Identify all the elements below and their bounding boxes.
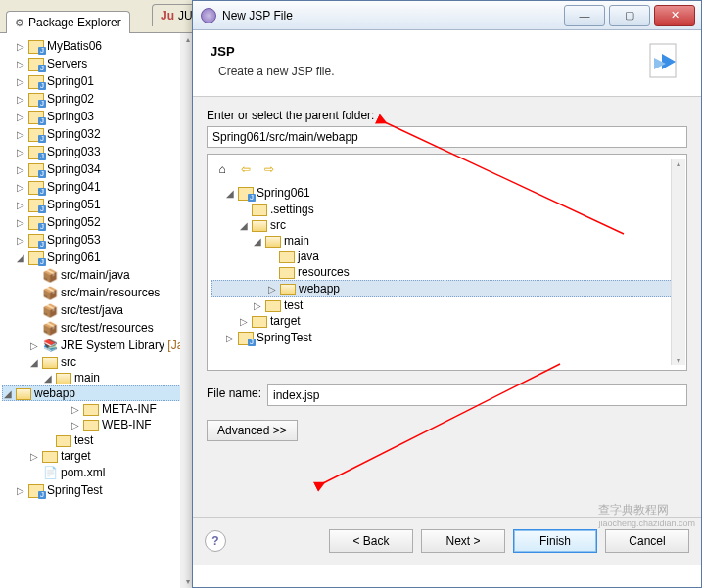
dialog-title-bar[interactable]: New JSP File — ▢ ✕ xyxy=(193,1,701,30)
expand-icon[interactable]: ▷ xyxy=(16,147,25,157)
filename-input[interactable] xyxy=(267,384,687,406)
folder-open-icon xyxy=(280,282,296,295)
expand-icon[interactable]: ▷ xyxy=(29,340,39,350)
next-button[interactable]: Next > xyxy=(421,529,505,553)
folder-open-icon xyxy=(42,355,58,369)
folder-icon xyxy=(83,402,99,416)
collapse-icon[interactable]: ◢ xyxy=(253,236,262,246)
project-node[interactable]: ▷Spring02 xyxy=(2,90,193,108)
folder-node[interactable]: ▷target xyxy=(2,448,193,464)
project-icon xyxy=(28,91,44,107)
source-folder-node[interactable]: src/test/resources xyxy=(2,319,193,337)
project-node[interactable]: ▷MyBatis06 xyxy=(2,37,193,55)
tab-package-explorer[interactable]: ⚙ Package Explorer xyxy=(6,11,130,33)
project-node[interactable]: ▷Spring053 xyxy=(2,231,193,249)
back-arrow-button[interactable]: ⇦ xyxy=(237,160,255,178)
project-icon xyxy=(28,56,44,71)
expand-icon[interactable]: ▷ xyxy=(16,59,25,68)
collapse-icon[interactable]: ◢ xyxy=(3,388,13,398)
dialog-heading: JSP xyxy=(211,44,683,59)
project-node[interactable]: ◢Spring061 xyxy=(2,249,193,266)
project-icon xyxy=(28,249,44,265)
project-icon xyxy=(28,197,44,212)
expand-icon[interactable]: ▷ xyxy=(16,94,25,104)
source-folder-node[interactable]: src/test/java xyxy=(2,301,193,319)
expand-icon[interactable]: ▷ xyxy=(16,164,25,174)
source-folder-node[interactable]: src/main/resources xyxy=(2,284,193,301)
collapse-icon[interactable]: ◢ xyxy=(239,220,249,230)
home-button[interactable]: ⌂ xyxy=(213,160,231,178)
project-node[interactable]: ▷Spring03 xyxy=(2,108,193,125)
parent-folder-input[interactable] xyxy=(207,126,687,148)
package-explorer-icon: ⚙ xyxy=(15,17,24,29)
advanced-button[interactable]: Advanced >> xyxy=(207,420,298,441)
expand-icon[interactable]: ▷ xyxy=(16,129,25,139)
folder-node-selected[interactable]: ◢webapp xyxy=(2,385,193,401)
forward-arrow-button[interactable]: ⇨ xyxy=(260,160,278,178)
library-icon xyxy=(42,338,58,353)
expand-icon[interactable]: ▷ xyxy=(70,420,80,430)
folder-node[interactable]: .settings xyxy=(211,202,682,217)
source-folder-node[interactable]: src/main/java xyxy=(2,266,193,284)
maximize-button[interactable]: ▢ xyxy=(609,5,650,26)
annotation-arrow xyxy=(315,356,570,496)
collapse-icon[interactable]: ◢ xyxy=(225,188,235,198)
folder-node[interactable]: ▷META-INF xyxy=(2,401,193,417)
expand-icon[interactable]: ▷ xyxy=(29,451,39,461)
finish-button[interactable]: Finish xyxy=(513,529,597,553)
project-node[interactable]: ▷Spring051 xyxy=(2,196,193,213)
help-button[interactable]: ? xyxy=(205,530,226,552)
collapse-icon[interactable]: ◢ xyxy=(43,373,53,383)
folder-node-selected[interactable]: ▷webapp xyxy=(211,280,682,297)
expand-icon[interactable]: ▷ xyxy=(16,41,25,51)
folder-node[interactable]: ▷WEB-INF xyxy=(2,417,193,432)
collapse-icon[interactable]: ◢ xyxy=(29,357,39,367)
back-button[interactable]: < Back xyxy=(329,529,413,553)
expand-icon[interactable]: ▷ xyxy=(267,284,277,294)
folder-open-icon xyxy=(265,234,281,248)
expand-icon[interactable]: ▷ xyxy=(16,182,25,192)
collapse-icon[interactable]: ◢ xyxy=(16,252,25,262)
project-node[interactable]: ▷Spring01 xyxy=(2,72,193,90)
expand-icon[interactable]: ▷ xyxy=(70,404,80,414)
expand-icon[interactable]: ▷ xyxy=(16,200,25,209)
folder-icon xyxy=(265,298,281,312)
file-node[interactable]: pom.xml xyxy=(2,464,193,481)
expand-icon[interactable]: ▷ xyxy=(16,217,25,227)
project-node[interactable]: ▷SpringTest xyxy=(2,481,193,499)
project-icon xyxy=(28,179,44,195)
minimize-button[interactable]: — xyxy=(564,5,605,26)
folder-node[interactable]: ◢main xyxy=(211,233,682,249)
folder-node[interactable]: resources xyxy=(211,264,682,280)
spacer xyxy=(266,251,276,261)
project-node[interactable]: ◢Spring061 xyxy=(211,184,682,202)
expand-icon[interactable]: ▷ xyxy=(16,235,25,245)
project-icon xyxy=(238,330,254,345)
project-node[interactable]: ▷Spring033 xyxy=(2,143,193,160)
project-node[interactable]: ▷Servers xyxy=(2,55,193,72)
expand-icon[interactable]: ▷ xyxy=(225,333,235,342)
expand-icon[interactable]: ▷ xyxy=(239,316,249,326)
project-node[interactable]: ▷Spring041 xyxy=(2,178,193,196)
project-node[interactable]: ▷SpringTest xyxy=(211,329,682,346)
folder-node[interactable]: test xyxy=(2,432,193,448)
expand-icon[interactable]: ▷ xyxy=(253,300,262,310)
expand-icon[interactable]: ▷ xyxy=(16,76,25,86)
source-folder-icon xyxy=(42,320,58,336)
project-node[interactable]: ▷Spring032 xyxy=(2,125,193,143)
close-button[interactable]: ✕ xyxy=(654,5,695,26)
cancel-button[interactable]: Cancel xyxy=(605,529,689,553)
folder-node[interactable]: ◢main xyxy=(2,370,193,385)
project-node[interactable]: ▷Spring034 xyxy=(2,160,193,178)
folder-node[interactable]: ▷test xyxy=(211,297,682,313)
library-node[interactable]: ▷JRE System Library [Jav xyxy=(2,337,193,354)
folder-node[interactable]: ◢src xyxy=(2,354,193,370)
project-node[interactable]: ▷Spring052 xyxy=(2,213,193,231)
project-icon xyxy=(28,126,44,142)
expand-icon[interactable]: ▷ xyxy=(16,485,25,495)
expand-icon[interactable]: ▷ xyxy=(16,112,25,121)
folder-node[interactable]: java xyxy=(211,249,682,264)
folder-node[interactable]: ◢src xyxy=(211,217,682,233)
folder-node[interactable]: ▷target xyxy=(211,313,682,329)
scrollbar[interactable] xyxy=(671,159,685,365)
